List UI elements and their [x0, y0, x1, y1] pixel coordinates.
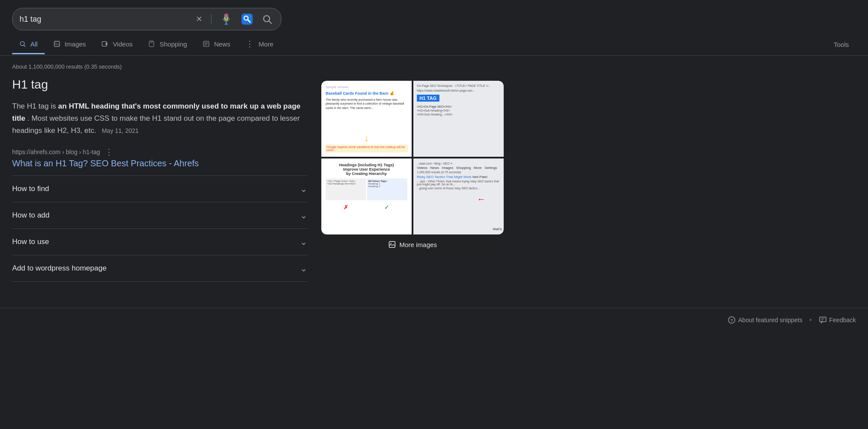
svg-text:?: ? [730, 318, 733, 323]
chevron-down-icon-2: ⌄ [300, 237, 307, 247]
tab-all[interactable]: All [12, 36, 45, 54]
more-images-bar[interactable]: More images [321, 236, 504, 253]
lens-search-button[interactable] [239, 11, 255, 27]
accordion-label-wordpress: Add to wordpress homepage [12, 264, 106, 273]
svg-rect-17 [389, 241, 395, 248]
nav-tabs: All Images Videos Shopping News ⋮ [0, 35, 868, 56]
header: ✕ [0, 0, 868, 35]
accordion-label-how-to-find: How to find [12, 185, 49, 193]
accordion-item-how-to-add[interactable]: How to add ⌄ [12, 202, 307, 228]
red-arrow-icon: ← [477, 194, 485, 204]
close-icon: ✕ [196, 14, 202, 24]
images-icon [388, 241, 396, 248]
feedback-icon [819, 316, 827, 324]
svg-line-8 [24, 45, 25, 46]
image-placeholder-tr: On-Page SEO Techniques <TITLE> PAGE TITL… [413, 81, 504, 157]
accordion-label-how-to-use: How to use [12, 238, 49, 246]
svg-rect-2 [241, 13, 253, 25]
accordion-item-how-to-use[interactable]: How to use ⌄ [12, 228, 307, 255]
snippet-source: https://ahrefs.com › blog › h1-tag ⋮ [12, 147, 307, 157]
snippet-body-end: . Most websites use CSS to make the H1 s… [12, 114, 300, 135]
lens-icon [241, 13, 253, 25]
tab-shopping[interactable]: Shopping [141, 36, 194, 54]
snippet-body: The H1 tag is an HTML heading that's mos… [12, 100, 307, 137]
main-content: About 1,100,000,000 results (0.35 second… [0, 56, 868, 282]
about-snippets-link[interactable]: ? About featured snippets [728, 316, 802, 324]
help-circle-icon: ? [728, 316, 736, 324]
divider [211, 14, 211, 24]
image-placeholder-bl: Headings (Including H1 Tags)Improve User… [321, 158, 412, 234]
svg-line-6 [269, 21, 272, 24]
image-grid: Simple version Baseball Cards Found in t… [321, 81, 504, 234]
images-tab-icon [53, 40, 60, 47]
source-options-icon[interactable]: ⋮ [105, 147, 113, 157]
snippet-body-start: The H1 tag is [12, 102, 58, 110]
accordion-item-how-to-find[interactable]: How to find ⌄ [12, 175, 307, 202]
tab-more[interactable]: ⋮ More [239, 35, 280, 55]
search-button[interactable] [260, 12, 274, 26]
accordion-label-how-to-add: How to add [12, 211, 50, 220]
svg-point-10 [55, 43, 56, 43]
more-images-label: More images [399, 241, 437, 248]
chevron-down-icon-1: ⌄ [300, 210, 307, 221]
news-tab-icon [203, 40, 210, 47]
image-placeholder-tl: Simple version Baseball Cards Found in t… [321, 81, 412, 157]
microphone-icon [220, 13, 232, 25]
tab-news[interactable]: News [196, 36, 238, 54]
tab-videos[interactable]: Videos [95, 36, 140, 54]
search-input[interactable] [20, 15, 189, 24]
chevron-down-icon-0: ⌄ [300, 184, 307, 194]
left-panel: About 1,100,000,000 results (0.35 second… [12, 63, 307, 282]
tools-button[interactable]: Tools [827, 36, 856, 53]
image-cell-top-right[interactable]: On-Page SEO Techniques <TITLE> PAGE TITL… [413, 81, 504, 157]
tab-images[interactable]: Images [46, 36, 93, 54]
footer-dot: • [809, 316, 812, 324]
svg-rect-9 [54, 41, 59, 46]
accordion-item-wordpress[interactable]: Add to wordpress homepage ⌄ [12, 255, 307, 282]
source-url: https://ahrefs.com › blog › h1-tag [12, 148, 100, 155]
search-tab-icon [19, 40, 26, 47]
svg-rect-21 [819, 317, 826, 322]
voice-search-button[interactable] [218, 11, 234, 27]
image-cell-bottom-right[interactable]: ...daal.com › Blog › SEO ≡ Videos News I… [413, 158, 504, 234]
footer-bar: ? About featured snippets • Feedback [0, 308, 868, 332]
image-cell-bottom-left[interactable]: Headings (Including H1 Tags)Improve User… [321, 158, 412, 234]
snippet-date: May 11, 2021 [102, 127, 139, 134]
snippet-title: H1 tag [12, 78, 307, 92]
accordion-list: How to find ⌄ How to add ⌄ How to use ⌄ … [12, 175, 307, 282]
image-placeholder-br: ...daal.com › Blog › SEO ≡ Videos News I… [413, 158, 504, 234]
feedback-link[interactable]: Feedback [819, 316, 856, 324]
search-bar: ✕ [12, 8, 281, 30]
videos-tab-icon [102, 40, 109, 47]
right-panel: Simple version Baseball Cards Found in t… [321, 63, 504, 282]
svg-point-18 [390, 243, 391, 244]
shopping-tab-icon [148, 40, 155, 47]
snippet-link[interactable]: What is an H1 Tag? SEO Best Practices - … [12, 158, 307, 168]
chevron-down-icon-3: ⌄ [300, 263, 307, 274]
image-cell-top-left[interactable]: Simple version Baseball Cards Found in t… [321, 81, 412, 157]
clear-button[interactable]: ✕ [194, 13, 204, 26]
search-icon [262, 14, 272, 24]
more-dots-icon: ⋮ [246, 39, 254, 49]
h1-badge: H1 TAG [417, 95, 439, 102]
results-count: About 1,100,000,000 results (0.35 second… [12, 63, 307, 70]
